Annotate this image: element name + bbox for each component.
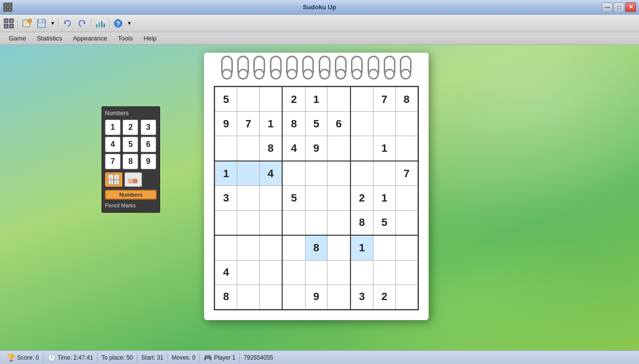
cell-0-3[interactable]: 2 xyxy=(282,87,305,112)
num-btn-3[interactable]: 3 xyxy=(141,120,156,135)
cell-6-7[interactable] xyxy=(373,235,395,260)
cell-0-6[interactable] xyxy=(350,87,373,112)
cell-7-4[interactable] xyxy=(305,260,327,284)
cell-6-3[interactable] xyxy=(282,235,305,260)
cell-5-2[interactable] xyxy=(259,210,282,235)
cell-4-5[interactable] xyxy=(328,186,350,210)
cell-0-2[interactable] xyxy=(259,87,282,112)
cell-0-5[interactable] xyxy=(328,87,350,112)
cell-4-3[interactable]: 5 xyxy=(282,186,305,210)
cell-2-5[interactable] xyxy=(328,136,350,161)
cell-3-0[interactable]: 1 xyxy=(215,161,237,186)
cell-7-1[interactable] xyxy=(237,260,259,284)
num-btn-9[interactable]: 9 xyxy=(141,154,156,169)
cell-4-4[interactable] xyxy=(305,186,327,210)
num-btn-4[interactable]: 4 xyxy=(105,137,121,152)
toolbar-save[interactable] xyxy=(35,17,48,30)
cell-0-0[interactable]: 5 xyxy=(215,87,237,112)
cell-3-8[interactable]: 7 xyxy=(395,161,417,186)
maximize-button[interactable]: □ xyxy=(614,2,624,12)
cell-6-4[interactable]: 8 xyxy=(305,235,327,260)
cell-0-1[interactable] xyxy=(237,87,259,112)
cell-2-8[interactable] xyxy=(395,136,417,161)
cell-5-1[interactable] xyxy=(237,210,259,235)
cell-7-3[interactable] xyxy=(282,260,305,284)
cell-7-6[interactable] xyxy=(350,260,373,284)
cell-6-8[interactable] xyxy=(395,235,417,260)
cell-0-4[interactable]: 1 xyxy=(305,87,327,112)
close-button[interactable]: ✕ xyxy=(625,2,636,12)
cell-1-6[interactable] xyxy=(350,112,373,136)
cell-5-4[interactable] xyxy=(305,210,327,235)
toolbar-new-game[interactable]: ! xyxy=(20,17,34,30)
toolbar-undo[interactable] xyxy=(61,17,74,30)
cell-4-7[interactable]: 1 xyxy=(373,186,395,210)
cell-3-1[interactable] xyxy=(237,161,259,186)
cell-3-3[interactable] xyxy=(282,161,305,186)
num-btn-6[interactable]: 6 xyxy=(141,137,156,152)
cell-3-7[interactable] xyxy=(373,161,395,186)
cell-2-2[interactable]: 8 xyxy=(259,136,282,161)
cell-7-7[interactable] xyxy=(373,260,395,284)
cell-2-6[interactable] xyxy=(350,136,373,161)
menu-tools[interactable]: Tools xyxy=(113,33,138,43)
num-btn-1[interactable]: 1 xyxy=(105,120,121,135)
cell-6-5[interactable] xyxy=(328,235,350,260)
toolbar-help[interactable]: ? xyxy=(111,17,125,30)
toolbar-redo[interactable] xyxy=(75,17,89,30)
toolbar-stats[interactable] xyxy=(93,17,107,30)
cell-1-2[interactable]: 1 xyxy=(259,112,282,136)
menu-help[interactable]: Help xyxy=(139,33,162,43)
cell-1-1[interactable]: 7 xyxy=(237,112,259,136)
eraser-icon[interactable] xyxy=(124,172,142,187)
cell-8-1[interactable] xyxy=(237,284,259,309)
cell-8-7[interactable]: 2 xyxy=(373,284,395,309)
cell-2-3[interactable]: 4 xyxy=(282,136,305,161)
menu-appearance[interactable]: Appearance xyxy=(68,33,112,43)
cell-4-8[interactable] xyxy=(395,186,417,210)
cell-3-6[interactable] xyxy=(350,161,373,186)
cell-8-0[interactable]: 8 xyxy=(215,284,237,309)
cell-2-1[interactable] xyxy=(237,136,259,161)
cell-1-5[interactable]: 6 xyxy=(328,112,350,136)
pencil-marks-btn[interactable]: Pencil Marks xyxy=(105,202,157,209)
cell-8-5[interactable] xyxy=(328,284,350,309)
cell-5-6[interactable]: 8 xyxy=(350,210,373,235)
cell-5-5[interactable] xyxy=(328,210,350,235)
cell-4-0[interactable]: 3 xyxy=(215,186,237,210)
cell-0-7[interactable]: 7 xyxy=(373,87,395,112)
toolbar-dropdown-1[interactable]: ▼ xyxy=(49,17,56,30)
cell-2-7[interactable]: 1 xyxy=(373,136,395,161)
cell-5-8[interactable] xyxy=(395,210,417,235)
cell-4-6[interactable]: 2 xyxy=(350,186,373,210)
num-btn-8[interactable]: 8 xyxy=(123,154,138,169)
menu-game[interactable]: Game xyxy=(4,33,31,43)
cell-8-4[interactable]: 9 xyxy=(305,284,327,309)
cell-6-1[interactable] xyxy=(237,235,259,260)
numbers-mode-btn[interactable]: Numbers xyxy=(105,190,157,200)
cell-7-0[interactable]: 4 xyxy=(215,260,237,284)
num-btn-7[interactable]: 7 xyxy=(105,154,121,169)
num-btn-5[interactable]: 5 xyxy=(123,137,138,152)
cell-1-0[interactable]: 9 xyxy=(215,112,237,136)
cell-8-6[interactable]: 3 xyxy=(350,284,373,309)
cell-5-7[interactable]: 5 xyxy=(373,210,395,235)
cell-7-8[interactable] xyxy=(395,260,417,284)
toolbar-app-icon[interactable] xyxy=(2,17,16,30)
numbers-mode-icon[interactable]: 1 2 3 4 xyxy=(105,172,123,187)
cell-1-4[interactable]: 5 xyxy=(305,112,327,136)
cell-8-8[interactable] xyxy=(395,284,417,309)
cell-4-1[interactable] xyxy=(237,186,259,210)
cell-7-5[interactable] xyxy=(328,260,350,284)
cell-6-0[interactable] xyxy=(215,235,237,260)
cell-2-4[interactable]: 9 xyxy=(305,136,327,161)
cell-8-3[interactable] xyxy=(282,284,305,309)
cell-5-3[interactable] xyxy=(282,210,305,235)
cell-3-5[interactable] xyxy=(328,161,350,186)
minimize-button[interactable]: — xyxy=(602,2,613,12)
cell-6-2[interactable] xyxy=(259,235,282,260)
cell-1-3[interactable]: 8 xyxy=(282,112,305,136)
menu-statistics[interactable]: Statistics xyxy=(32,33,67,43)
cell-3-2[interactable]: 4 xyxy=(259,161,282,186)
cell-7-2[interactable] xyxy=(259,260,282,284)
